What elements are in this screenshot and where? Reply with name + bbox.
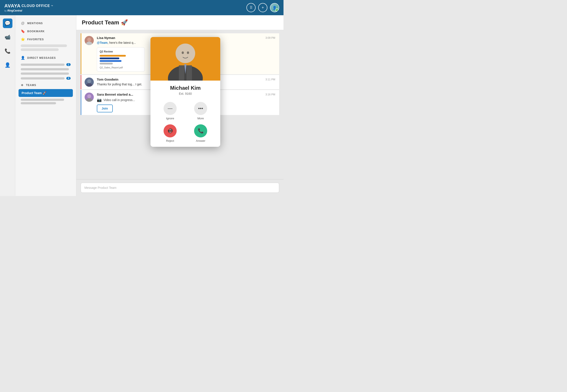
- answer-action: 📞 Answer: [188, 124, 214, 142]
- bar-3: [100, 60, 121, 62]
- favorites-label: FAVORITES: [27, 38, 44, 41]
- svg-point-1: [87, 38, 91, 42]
- placeholder-bar-3: [21, 99, 64, 101]
- sara-avatar-svg: [85, 93, 94, 102]
- message-3-time: 3:16 PM: [265, 93, 275, 96]
- attachment-filename: Q2_Sales_Report.pdf: [100, 66, 142, 69]
- attachment-card-1[interactable]: Q2 Review Q2_Sales_Report.pdf: [97, 47, 145, 72]
- dm-badge-1: 1: [66, 63, 71, 66]
- placeholder-bar-2: [21, 48, 59, 51]
- sidebar-contacts-icon[interactable]: 👤: [3, 60, 13, 70]
- dm-item-1[interactable]: 1: [18, 62, 73, 67]
- channel-title: Product Team 🚀: [82, 19, 278, 26]
- ignore-action: — Ignore: [157, 102, 183, 120]
- reject-action: 📵 Reject: [157, 124, 183, 142]
- dm-item-3[interactable]: [18, 71, 73, 76]
- caller-ext: Ext. 9160: [155, 92, 216, 95]
- dm-bar-2: [21, 68, 69, 70]
- user-avatar-button[interactable]: 👤: [270, 3, 279, 12]
- teams-icon: ❖: [21, 84, 24, 87]
- incoming-call-overlay: Michael Kim Ext. 9160 — Ignore ••• More …: [150, 37, 220, 147]
- more-button[interactable]: •••: [194, 102, 207, 115]
- video-text: Video call in progress...: [103, 98, 135, 102]
- svg-rect-13: [186, 65, 192, 81]
- caller-info: Michael Kim Ext. 9160: [150, 81, 220, 102]
- bookmark-label: BOOKMARK: [27, 30, 45, 33]
- bar-2: [100, 57, 119, 59]
- direct-messages-label: DIRECT MESSAGES: [27, 56, 56, 59]
- logo-cloud: CLOUD: [22, 4, 35, 8]
- video-call-icon: 📷: [97, 98, 102, 102]
- teams-label: TEAMS: [26, 84, 36, 87]
- svg-point-4: [87, 79, 91, 83]
- message-input-bar: Message Product Team: [76, 179, 284, 196]
- attachment-title: Q2 Review: [100, 50, 142, 53]
- icon-sidebar: 💬 📹 📞 👤: [0, 15, 15, 196]
- lisa-avatar-svg: [85, 36, 94, 45]
- mention-tag: @Team: [97, 41, 107, 44]
- placeholder-bar-4: [21, 102, 56, 104]
- call-actions: — Ignore ••• More 📵 Reject 📞 Answer: [150, 102, 220, 147]
- channel-header: Product Team 🚀: [76, 15, 284, 30]
- dm-bar-3: [21, 72, 69, 75]
- svg-rect-12: [179, 65, 184, 81]
- bar-1: [100, 55, 126, 57]
- sidebar-video-icon[interactable]: 📹: [3, 32, 13, 42]
- reject-label: Reject: [166, 139, 174, 142]
- product-team-label: Product Team 🚀: [22, 91, 46, 95]
- mentions-nav-item[interactable]: @ MENTIONS: [18, 20, 73, 27]
- sidebar-phone-icon[interactable]: 📞: [3, 46, 13, 56]
- sara-avatar: [85, 93, 94, 102]
- teams-header: ❖ TEAMS: [18, 81, 73, 88]
- svg-point-16: [187, 51, 189, 54]
- message-input[interactable]: Message Product Team: [81, 183, 279, 193]
- nav-sidebar: @ MENTIONS 🔖 BOOKMARK ⭐ FAVORITES 👤 DIRE…: [15, 15, 76, 196]
- product-team-nav-item[interactable]: Product Team 🚀: [18, 89, 73, 97]
- favorites-nav-item[interactable]: ⭐ FAVORITES: [18, 36, 73, 43]
- ignore-button[interactable]: —: [164, 102, 177, 115]
- logo-office: OFFICE: [36, 4, 50, 8]
- message-2-time: 3:11 PM: [265, 78, 275, 81]
- bookmark-icon: 🔖: [21, 29, 25, 33]
- app-header: AVAYA CLOUD OFFICE ™ by RingCentral ⠿ + …: [0, 0, 284, 15]
- reject-button[interactable]: 📵: [164, 124, 177, 137]
- apps-button[interactable]: ⠿: [246, 3, 255, 12]
- dm-bar-4: [21, 77, 65, 80]
- bar-4: [100, 63, 113, 64]
- more-label: More: [197, 117, 204, 120]
- caller-name: Michael Kim: [155, 85, 216, 91]
- dm-icon: 👤: [21, 56, 25, 60]
- star-icon: ⭐: [21, 37, 25, 41]
- header-actions: ⠿ + 👤: [246, 3, 279, 12]
- ignore-label: Ignore: [166, 117, 174, 120]
- logo-by: by: [4, 10, 7, 12]
- tom-avatar: [85, 78, 94, 87]
- dm-item-4[interactable]: 4: [18, 76, 73, 81]
- direct-messages-nav-item[interactable]: 👤 DIRECT MESSAGES: [18, 54, 73, 62]
- answer-button[interactable]: 📞: [194, 124, 207, 137]
- sidebar-chat-icon[interactable]: 💬: [3, 18, 13, 28]
- placeholder-bar-1: [21, 44, 67, 47]
- caller-photo: [150, 37, 220, 81]
- svg-point-10: [176, 43, 195, 63]
- bookmark-nav-item[interactable]: 🔖 BOOKMARK: [18, 28, 73, 35]
- dm-badge-2: 4: [66, 77, 71, 80]
- logo-trademark: ™: [51, 5, 53, 7]
- svg-point-15: [182, 51, 184, 54]
- dm-item-2[interactable]: [18, 67, 73, 71]
- svg-point-7: [87, 94, 91, 98]
- join-button[interactable]: Join: [97, 105, 113, 112]
- tom-avatar-svg: [85, 78, 94, 87]
- bar-chart: [100, 55, 142, 64]
- answer-label: Answer: [196, 139, 205, 142]
- logo: AVAYA CLOUD OFFICE ™ by RingCentral: [4, 3, 53, 12]
- more-action: ••• More: [188, 102, 214, 120]
- main-layout: 💬 📹 📞 👤 @ MENTIONS 🔖 BOOKMARK ⭐ FAVORITE…: [0, 15, 284, 196]
- mentions-label: MENTIONS: [27, 22, 43, 25]
- dm-bar-1: [21, 64, 65, 66]
- user-avatar: 👤: [270, 3, 279, 12]
- add-button[interactable]: +: [258, 3, 267, 12]
- main-content: Product Team 🚀 Lisa Nyman @Team, her: [76, 15, 284, 196]
- mentions-icon: @: [21, 21, 25, 25]
- caller-photo-svg: [150, 37, 220, 81]
